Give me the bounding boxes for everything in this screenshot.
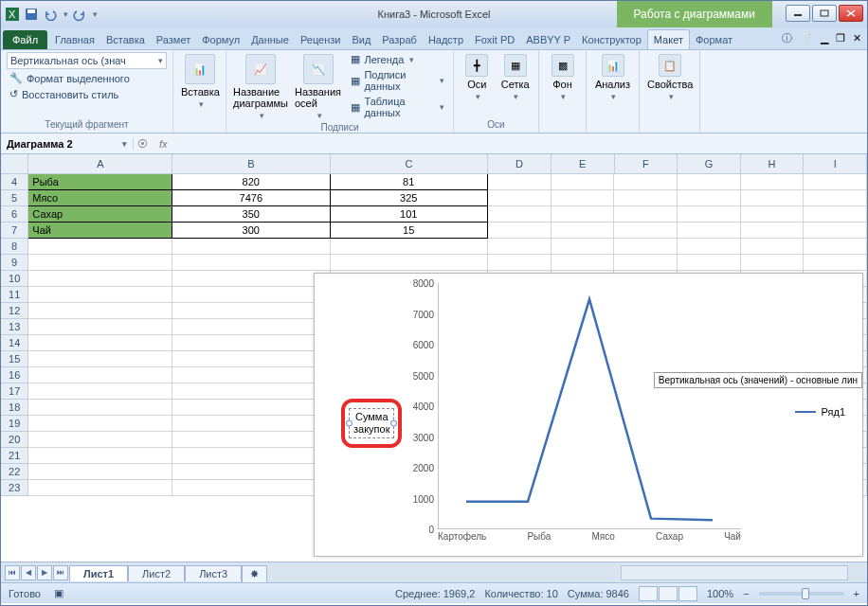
embedded-chart[interactable]: Суммазакупок 010002000300040005000600070…	[314, 273, 863, 557]
tab-developer[interactable]: Разраб	[376, 30, 423, 49]
tab-file[interactable]: Файл	[3, 30, 47, 49]
col-header[interactable]: F	[615, 154, 678, 173]
col-header[interactable]: I	[804, 154, 867, 173]
legend-button[interactable]: ▦Легенда▾	[348, 52, 447, 66]
worksheet-grid[interactable]: A B C D E F G H I 4Рыба820815Мясо7476325…	[1, 154, 867, 561]
doc-close[interactable]: ✕	[853, 32, 861, 45]
zoom-slider[interactable]	[759, 592, 844, 596]
axes-button[interactable]: ╋Оси▾	[460, 52, 495, 103]
row-header[interactable]: 16	[1, 367, 28, 383]
sheet-tab-1[interactable]: Лист1	[69, 565, 128, 581]
col-header[interactable]: A	[28, 154, 172, 173]
zoom-in-button[interactable]: +	[854, 588, 859, 599]
tab-page-layout[interactable]: Размет	[151, 30, 196, 49]
doc-restore[interactable]: ❐	[836, 32, 845, 45]
tab-review[interactable]: Рецензи	[295, 30, 347, 49]
save-icon[interactable]	[24, 7, 39, 22]
cell[interactable]: Чай	[28, 223, 172, 239]
redo-icon[interactable]	[72, 7, 87, 22]
row-header[interactable]: 17	[1, 383, 28, 400]
select-all-corner[interactable]	[1, 154, 28, 173]
x-axis[interactable]: КартофельРыбаМясоСахарЧай	[438, 531, 741, 542]
fx-icon[interactable]: fx	[152, 138, 175, 150]
maximize-button[interactable]	[812, 5, 837, 22]
tab-foxit[interactable]: Foxit PD	[469, 30, 520, 49]
row-header[interactable]: 6	[1, 206, 28, 223]
col-header[interactable]: H	[741, 154, 805, 173]
name-box[interactable]: Диаграмма 2▾	[1, 138, 134, 150]
properties-button[interactable]: 📋Свойства▾	[645, 52, 695, 103]
col-header[interactable]: E	[552, 154, 615, 173]
row-header[interactable]: 18	[1, 400, 28, 416]
horizontal-scrollbar[interactable]	[621, 565, 848, 580]
minimize-button[interactable]	[786, 5, 810, 22]
row-header[interactable]: 20	[1, 432, 28, 448]
col-header[interactable]: D	[488, 154, 552, 173]
zoom-level[interactable]: 100%	[707, 588, 733, 599]
tab-data[interactable]: Данные	[245, 30, 295, 49]
row-header[interactable]: 15	[1, 351, 28, 367]
tab-chart-format[interactable]: Формат	[690, 30, 738, 49]
cell[interactable]: 350	[172, 206, 330, 223]
row-header[interactable]: 5	[1, 190, 28, 206]
col-header[interactable]: B	[172, 154, 331, 173]
y-axis[interactable]: 010002000300040005000600070008000	[409, 283, 436, 529]
row-header[interactable]: 22	[1, 464, 28, 480]
reset-style-button[interactable]: ↺Восстановить стиль	[7, 87, 167, 101]
tab-chart-design[interactable]: Конструктор	[576, 30, 647, 49]
analysis-button[interactable]: 📊Анализ▾	[592, 52, 633, 103]
axis-title-editbox[interactable]: Суммазакупок	[349, 408, 394, 438]
tab-addins[interactable]: Надстр	[423, 30, 469, 49]
view-page-break-button[interactable]	[678, 586, 697, 601]
tab-abbyy[interactable]: ABBYY P	[520, 30, 576, 49]
namebox-expand-icon[interactable]: ⦿	[134, 138, 152, 150]
undo-icon[interactable]	[43, 7, 58, 22]
row-header[interactable]: 14	[1, 335, 28, 351]
view-page-layout-button[interactable]	[659, 586, 678, 601]
chart-element-selector[interactable]: Вертикальная ось (знач▾	[7, 52, 167, 69]
format-selection-button[interactable]: 🔧Формат выделенного	[7, 71, 167, 85]
row-header[interactable]: 9	[1, 255, 28, 271]
cell[interactable]: 300	[172, 223, 330, 239]
cell[interactable]: 325	[331, 190, 488, 206]
col-header[interactable]: G	[678, 154, 741, 173]
insert-button[interactable]: 📊Вставка▾	[179, 52, 222, 111]
data-table-button[interactable]: ▦Таблица данных▾	[348, 95, 447, 119]
axis-titles-button[interactable]: 📉Названия осей▾	[293, 52, 344, 122]
sheet-nav-prev[interactable]: ◀	[21, 565, 36, 580]
tab-formulas[interactable]: Формул	[196, 30, 245, 49]
row-header[interactable]: 4	[1, 174, 28, 190]
chart-title-button[interactable]: 📈Название диаграммы▾	[232, 52, 289, 122]
qat-customize[interactable]: ▾	[93, 9, 98, 19]
row-header[interactable]: 13	[1, 319, 28, 335]
cell[interactable]: Сахар	[28, 206, 172, 223]
cell[interactable]: 101	[331, 206, 488, 223]
sheet-nav-first[interactable]: ⏮	[5, 565, 20, 580]
row-header[interactable]: 7	[1, 223, 28, 239]
cell[interactable]: 81	[331, 174, 488, 190]
sheet-tab-3[interactable]: Лист3	[185, 565, 242, 581]
row-header[interactable]: 19	[1, 416, 28, 432]
cell[interactable]: Мясо	[28, 190, 172, 206]
tab-chart-layout[interactable]: Макет	[647, 29, 690, 49]
row-header[interactable]: 21	[1, 448, 28, 464]
sheet-tab-2[interactable]: Лист2	[128, 565, 185, 581]
sheet-nav-next[interactable]: ▶	[37, 565, 52, 580]
row-header[interactable]: 12	[1, 303, 28, 319]
cell[interactable]: Рыба	[28, 174, 172, 190]
minimize-ribbon-icon[interactable]: ⓘ	[782, 31, 792, 45]
sheet-nav-last[interactable]: ⏭	[53, 565, 68, 580]
col-header[interactable]: C	[331, 154, 489, 173]
row-header[interactable]: 8	[1, 239, 28, 255]
cell[interactable]: 7476	[172, 190, 330, 206]
zoom-out-button[interactable]: −	[743, 588, 749, 599]
undo-dropdown[interactable]: ▾	[63, 9, 68, 19]
doc-minimize[interactable]: ▁	[821, 32, 828, 45]
view-normal-button[interactable]	[639, 586, 658, 601]
background-button[interactable]: ▩Фон▾	[545, 52, 580, 103]
macro-record-icon[interactable]: ▣	[54, 587, 63, 599]
new-sheet-button[interactable]: ✸	[242, 565, 267, 582]
row-header[interactable]: 23	[1, 480, 28, 496]
cell[interactable]: 820	[172, 174, 330, 190]
data-labels-button[interactable]: ▦Подписи данных▾	[348, 68, 447, 93]
